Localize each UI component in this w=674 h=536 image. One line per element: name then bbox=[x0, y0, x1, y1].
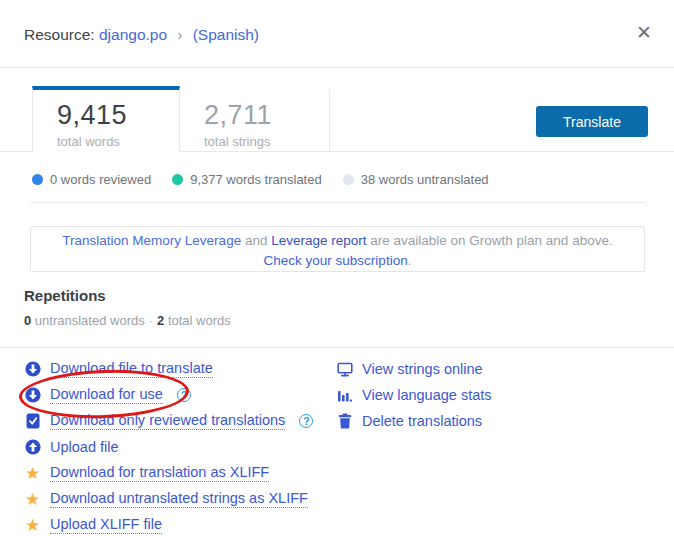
view-language-stats-link[interactable]: View language stats bbox=[336, 382, 492, 408]
total-words-value: 9,415 bbox=[57, 100, 179, 131]
modal-header: Resource: django.po › (Spanish) ✕ bbox=[0, 0, 674, 68]
view-strings-online-link[interactable]: View strings online bbox=[336, 356, 492, 382]
check-subscription-link[interactable]: Check your subscription bbox=[264, 253, 408, 268]
total-strings-label: total strings bbox=[204, 134, 329, 149]
file-check-icon bbox=[24, 413, 41, 430]
legend-translated-label: 9,377 words translated bbox=[190, 172, 322, 187]
repetitions-stats: 0 untranslated words·2 total words bbox=[24, 313, 231, 328]
notice-rest: are available on Growth plan and above. bbox=[367, 233, 613, 248]
notice-period: . bbox=[408, 253, 412, 268]
bar-chart-icon bbox=[336, 387, 353, 404]
close-icon[interactable]: ✕ bbox=[636, 23, 652, 42]
upload-file-link[interactable]: Upload file bbox=[24, 434, 313, 460]
actions-divider bbox=[0, 347, 674, 348]
legend-translated: 9,377 words translated bbox=[172, 172, 322, 187]
help-icon[interactable]: ? bbox=[299, 414, 313, 428]
leverage-report-link[interactable]: Leverage report bbox=[271, 233, 366, 248]
actions-left-column: Download file to translate Download for … bbox=[24, 356, 313, 536]
legend-untranslated: 38 words untranslated bbox=[343, 172, 489, 187]
resource-name-link[interactable]: django.po bbox=[99, 26, 167, 43]
download-translation-xliff-link[interactable]: ★ Download for translation as XLIFF bbox=[24, 460, 313, 486]
star-icon: ★ bbox=[24, 491, 41, 508]
translated-dot-icon bbox=[172, 174, 183, 185]
actions-right-column: View strings online View language stats … bbox=[336, 356, 492, 434]
stats-legend: 0 words reviewed 9,377 words translated … bbox=[32, 172, 489, 187]
legend-reviewed: 0 words reviewed bbox=[32, 172, 151, 187]
delete-translations-link[interactable]: Delete translations bbox=[336, 408, 492, 434]
trash-icon bbox=[336, 413, 353, 430]
download-file-to-translate-link[interactable]: Download file to translate bbox=[24, 356, 313, 382]
stats-separator: · bbox=[149, 313, 153, 328]
help-icon[interactable]: ? bbox=[177, 388, 191, 402]
chevron-right-icon: › bbox=[177, 26, 182, 43]
reviewed-dot-icon bbox=[32, 174, 43, 185]
resource-modal: Resource: django.po › (Spanish) ✕ 9,415 … bbox=[0, 0, 674, 536]
total-words-stat-label: total words bbox=[164, 313, 230, 328]
download-untranslated-xliff-link[interactable]: ★ Download untranslated strings as XLIFF bbox=[24, 486, 313, 512]
breadcrumb: Resource: django.po › (Spanish) bbox=[24, 26, 259, 44]
download-for-use-link[interactable]: Download for use ? bbox=[24, 382, 313, 408]
monitor-icon bbox=[336, 361, 353, 378]
download-circle-icon bbox=[24, 361, 41, 378]
download-circle-icon bbox=[24, 387, 41, 404]
tab-total-words[interactable]: 9,415 total words bbox=[32, 86, 180, 152]
tab-total-strings[interactable]: 2,711 total strings bbox=[180, 90, 330, 151]
tm-leverage-link[interactable]: Translation Memory Leverage bbox=[62, 233, 241, 248]
legend-divider bbox=[30, 202, 645, 203]
repetitions-title: Repetitions bbox=[24, 287, 106, 304]
star-icon: ★ bbox=[24, 517, 41, 534]
resource-label: Resource: bbox=[24, 26, 95, 43]
total-strings-value: 2,711 bbox=[204, 100, 329, 131]
legend-reviewed-label: 0 words reviewed bbox=[50, 172, 151, 187]
plan-notice: Translation Memory Leverage and Leverage… bbox=[30, 226, 645, 272]
star-icon: ★ bbox=[24, 465, 41, 482]
legend-untranslated-label: 38 words untranslated bbox=[361, 172, 489, 187]
notice-and: and bbox=[241, 233, 271, 248]
total-words-label: total words bbox=[57, 134, 179, 149]
translate-button[interactable]: Translate bbox=[536, 106, 648, 137]
untranslated-words-label: untranslated words bbox=[31, 313, 144, 328]
upload-xliff-link[interactable]: ★ Upload XLIFF file bbox=[24, 512, 313, 536]
untranslated-dot-icon bbox=[343, 174, 354, 185]
download-only-reviewed-link[interactable]: Download only reviewed translations ? bbox=[24, 408, 313, 434]
language-link[interactable]: (Spanish) bbox=[193, 26, 259, 43]
upload-circle-icon bbox=[24, 439, 41, 456]
